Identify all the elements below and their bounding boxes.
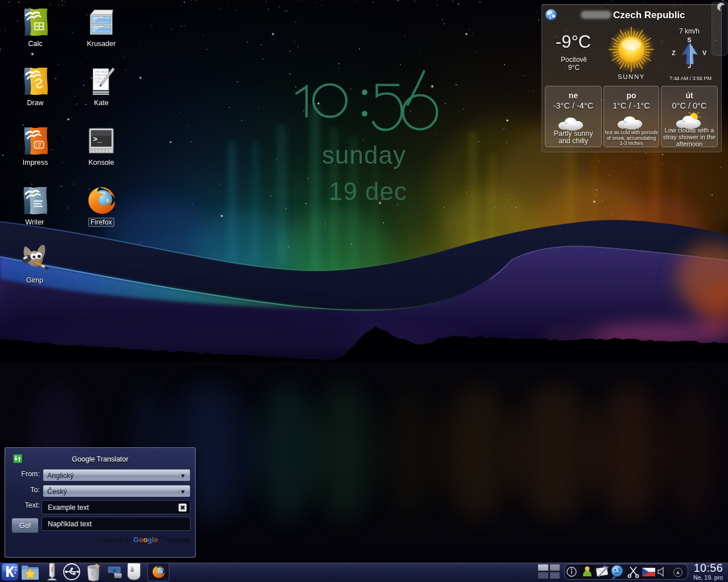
svg-text:KllB;|: KllB;|: [95, 77, 105, 80]
svg-text:KAboutDt: KAboutDt: [95, 74, 108, 77]
svg-text:à: à: [131, 565, 134, 573]
svg-text:>_: >_: [93, 135, 102, 144]
